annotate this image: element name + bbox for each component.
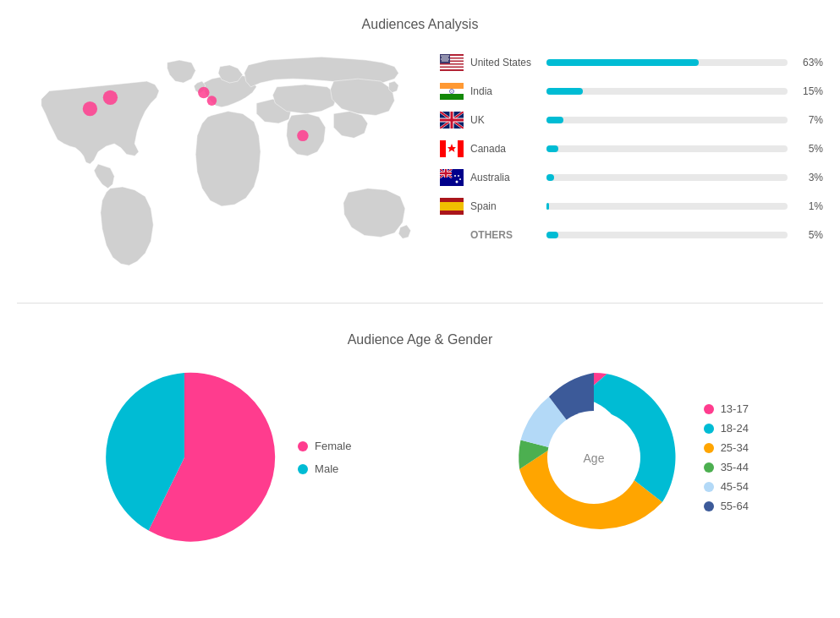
bar-track-au bbox=[546, 174, 788, 181]
age-gender-title: Audience Age & Gender bbox=[17, 332, 823, 347]
bar-pct-ca: 5% bbox=[796, 143, 823, 155]
country-row-au: Australia 3% bbox=[440, 169, 823, 186]
audiences-title: Audiences Analysis bbox=[17, 17, 823, 32]
legend-dot-female bbox=[298, 441, 308, 451]
bar-pct-in: 15% bbox=[796, 85, 823, 97]
svg-point-21 bbox=[442, 60, 443, 62]
legend-dot-male bbox=[298, 464, 308, 474]
flag-uk bbox=[440, 112, 464, 129]
svg-point-16 bbox=[441, 58, 442, 60]
flag-in bbox=[440, 83, 464, 100]
legend-dot-2534 bbox=[704, 443, 714, 453]
legend-label-1824: 18-24 bbox=[721, 422, 749, 435]
svg-point-38 bbox=[454, 175, 456, 177]
bar-fill-au bbox=[546, 174, 554, 181]
country-name-es: Spain bbox=[470, 200, 538, 212]
svg-point-10 bbox=[446, 55, 447, 57]
age-donut-container: Age 13-17 18-24 25-34 bbox=[501, 364, 749, 550]
map-svg bbox=[17, 46, 423, 282]
bar-pct-uk: 7% bbox=[796, 114, 823, 126]
svg-point-13 bbox=[443, 57, 445, 58]
flag-es bbox=[440, 198, 464, 215]
map-dot-us bbox=[83, 101, 97, 116]
country-row-other: OTHERS 5% bbox=[440, 227, 823, 243]
legend-2534: 25-34 bbox=[704, 441, 749, 454]
bar-pct-other: 5% bbox=[796, 229, 823, 241]
country-name-au: Australia bbox=[470, 172, 538, 183]
svg-rect-31 bbox=[440, 140, 446, 157]
svg-point-14 bbox=[445, 57, 447, 58]
svg-rect-27 bbox=[440, 94, 464, 100]
svg-point-35 bbox=[456, 181, 458, 183]
age-donut-svg: Age bbox=[501, 364, 687, 550]
bar-pct-us: 63% bbox=[796, 57, 823, 68]
svg-point-23 bbox=[445, 60, 447, 62]
svg-point-18 bbox=[444, 58, 446, 60]
svg-rect-33 bbox=[458, 140, 464, 157]
bar-fill-ca bbox=[546, 145, 558, 152]
legend-label-1317: 13-17 bbox=[721, 402, 749, 415]
bar-pct-au: 3% bbox=[796, 172, 823, 183]
legend-4554: 45-54 bbox=[704, 480, 749, 493]
svg-rect-40 bbox=[440, 202, 464, 211]
flag-other bbox=[440, 227, 464, 243]
legend-3544: 35-44 bbox=[704, 461, 749, 473]
country-bars: United States 63% bbox=[423, 46, 823, 255]
svg-point-36 bbox=[459, 178, 461, 180]
gender-pie-svg bbox=[91, 364, 277, 550]
map-dot-in bbox=[297, 130, 308, 141]
svg-rect-25 bbox=[440, 83, 464, 89]
bar-track-in bbox=[546, 88, 788, 95]
legend-female: Female bbox=[298, 440, 351, 452]
country-name-uk: UK bbox=[470, 114, 538, 126]
svg-point-12 bbox=[442, 57, 443, 58]
country-row-in: India 15% bbox=[440, 83, 823, 100]
svg-point-20 bbox=[447, 58, 449, 60]
svg-point-8 bbox=[442, 55, 444, 57]
bar-track-ca bbox=[546, 145, 788, 152]
country-name-us: United States bbox=[470, 57, 538, 68]
page: Audiences Analysis bbox=[0, 0, 840, 618]
legend-label-male: Male bbox=[315, 462, 338, 475]
legend-1317: 13-17 bbox=[704, 402, 749, 415]
bar-fill-uk bbox=[546, 117, 563, 123]
bar-track-us bbox=[546, 59, 788, 66]
svg-rect-4 bbox=[440, 65, 464, 67]
country-name-other: OTHERS bbox=[470, 229, 538, 241]
bar-pct-es: 1% bbox=[796, 200, 823, 212]
gender-legend: Female Male bbox=[298, 440, 351, 475]
legend-5564: 55-64 bbox=[704, 500, 749, 512]
svg-point-7 bbox=[441, 55, 442, 57]
charts-row: Female Male bbox=[17, 364, 823, 550]
svg-point-22 bbox=[443, 60, 445, 62]
legend-label-2534: 25-34 bbox=[721, 441, 749, 454]
legend-dot-4554 bbox=[704, 482, 714, 492]
map-dot-ca bbox=[103, 90, 118, 105]
flag-au bbox=[440, 169, 464, 186]
legend-dot-1824 bbox=[704, 424, 714, 434]
svg-point-37 bbox=[458, 175, 459, 177]
map-dot-es bbox=[207, 96, 217, 106]
svg-point-15 bbox=[447, 57, 448, 58]
country-row-ca: Canada 5% bbox=[440, 140, 823, 157]
audiences-analysis-section: Audiences Analysis bbox=[17, 17, 823, 282]
legend-label-female: Female bbox=[315, 440, 351, 452]
country-row-es: Spain 1% bbox=[440, 198, 823, 215]
donut-center-text: Age bbox=[583, 451, 604, 465]
country-row-us: United States 63% bbox=[440, 54, 823, 71]
age-gender-section: Audience Age & Gender bbox=[17, 324, 823, 550]
top-section: United States 63% bbox=[17, 46, 823, 282]
svg-point-11 bbox=[447, 55, 449, 57]
bar-track-es bbox=[546, 203, 788, 210]
svg-point-17 bbox=[442, 58, 444, 60]
legend-label-4554: 45-54 bbox=[721, 480, 749, 493]
legend-label-3544: 35-44 bbox=[721, 461, 749, 473]
svg-point-29 bbox=[452, 91, 453, 92]
legend-dot-5564 bbox=[704, 501, 714, 511]
section-divider bbox=[17, 303, 823, 304]
flag-ca bbox=[440, 140, 464, 157]
bar-fill-in bbox=[546, 88, 583, 95]
map-dot-uk bbox=[198, 87, 209, 98]
bar-fill-us bbox=[546, 59, 699, 66]
country-name-in: India bbox=[470, 85, 538, 97]
